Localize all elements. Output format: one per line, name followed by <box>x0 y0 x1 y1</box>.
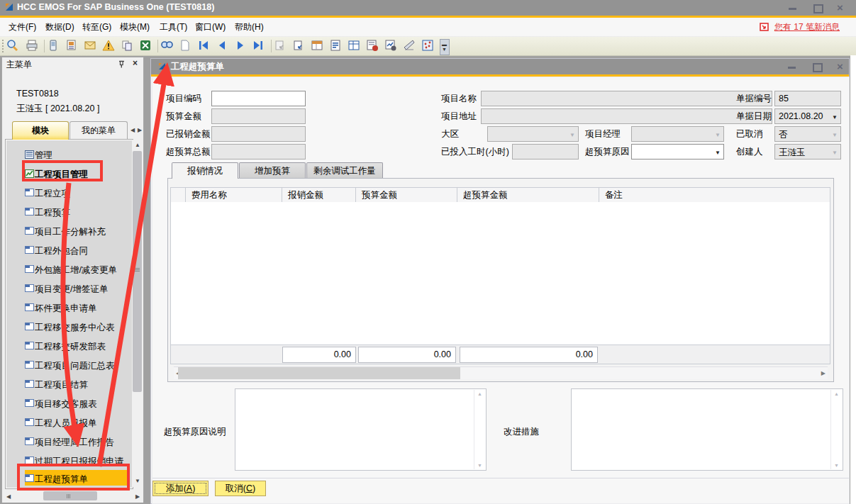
invested-hours-input[interactable] <box>512 144 579 159</box>
menu-file[interactable]: 文件(F) <box>4 21 40 33</box>
tree-item[interactable]: 工程外包合同 <box>6 241 132 260</box>
panel-close-icon[interactable]: × <box>133 58 138 68</box>
form-icon <box>25 303 34 311</box>
table-body[interactable] <box>170 202 830 345</box>
tree-item-admin[interactable]: 管理 <box>6 145 132 164</box>
user-date-line: 王涟玉 [ 2021.08.20 ] <box>16 103 99 115</box>
document-lines-icon[interactable] <box>329 39 345 53</box>
pin-icon[interactable] <box>117 60 126 68</box>
tab-budget-increase[interactable]: 增加预算 <box>239 162 306 179</box>
tree-vertical-scrollbar[interactable]: ▲ ▼ <box>132 140 143 487</box>
menu-tools[interactable]: 工具(T) <box>155 21 191 33</box>
project-address-input[interactable] <box>481 108 772 124</box>
toolbar-overflow-button[interactable]: ▬▼ <box>440 39 450 55</box>
paste-disabled-icon[interactable] <box>274 39 289 53</box>
budget-amount-input[interactable] <box>211 108 306 124</box>
scroll-up-icon[interactable]: ▲ <box>135 142 140 148</box>
menu-help[interactable]: 帮助(H) <box>230 21 268 33</box>
form-icon <box>25 457 34 464</box>
tree-item[interactable]: 过期工程日报报销申请 <box>6 452 132 471</box>
project-name-input[interactable] <box>481 91 772 106</box>
textarea-scrollbar[interactable]: ▲▼ <box>830 390 842 469</box>
tab-reimbursement[interactable]: 报销情况 <box>172 162 238 179</box>
device-icon[interactable] <box>47 39 62 53</box>
tab-scroll-right-icon[interactable]: ▶ <box>138 127 142 133</box>
window-minimize-button[interactable] <box>788 67 796 69</box>
scroll-left-icon[interactable]: ◀ <box>6 493 11 500</box>
col-budget-amount: 预算金额 <box>356 187 457 203</box>
tree-item[interactable]: 工程项目问题汇总表 <box>6 356 132 375</box>
table-icon[interactable] <box>348 39 363 53</box>
menu-goto[interactable]: 转至(G) <box>78 21 116 33</box>
form-icon <box>25 208 34 215</box>
scroll-down-icon[interactable]: ▼ <box>135 478 140 484</box>
over-budget-reason-select[interactable]: ▼ <box>631 144 724 159</box>
table-header-icon[interactable] <box>311 39 326 53</box>
cancel-button[interactable]: 取消(C) <box>215 481 266 496</box>
tree-item[interactable]: 工程人员日报单 <box>6 413 132 432</box>
tab-my-menu[interactable]: 我的菜单 <box>70 121 128 140</box>
find-icon[interactable] <box>160 39 176 53</box>
tree-item[interactable]: 项目工作分解补充 <box>6 222 132 241</box>
app-titlebar: HCC EMOS For SAP Business One (TEST0818)… <box>0 0 856 16</box>
tree-item[interactable]: 工程项目结算 <box>6 375 132 394</box>
new-document-icon[interactable] <box>179 39 194 53</box>
previous-record-icon[interactable] <box>216 39 231 53</box>
menu-data[interactable]: 数据(D) <box>41 21 79 33</box>
preview-icon[interactable] <box>6 39 21 53</box>
project-manager-select[interactable]: ▼ <box>631 126 724 142</box>
tree-item[interactable]: 工程预算 <box>6 203 132 222</box>
region-select[interactable]: ▼ <box>487 126 579 142</box>
last-record-icon[interactable] <box>252 39 268 53</box>
textarea-scrollbar[interactable]: ▲▼ <box>474 390 485 469</box>
window-close-button[interactable]: × <box>837 60 843 72</box>
tab-remaining-work[interactable]: 剩余调试工作量 <box>306 162 383 179</box>
tree-item[interactable]: 工程移交服务中心表 <box>6 318 132 337</box>
tree-item[interactable]: 坏件更换申请单 <box>6 298 132 318</box>
new-messages-link[interactable]: 您有 17 笔新消息 <box>770 21 844 33</box>
scrollbar-thumb[interactable] <box>133 151 142 392</box>
copy-special-icon[interactable] <box>121 39 136 53</box>
tree-item[interactable]: 工程立项 <box>6 184 132 203</box>
scrollbar-thumb[interactable] <box>178 367 460 379</box>
warning-icon[interactable] <box>102 39 118 53</box>
col-reimbursed-amount: 报销金额 <box>282 187 356 203</box>
new-messages-icon[interactable] <box>760 23 769 32</box>
reimbursed-input[interactable] <box>211 126 306 142</box>
table-seal-icon[interactable] <box>366 39 382 53</box>
table-horizontal-scrollbar[interactable]: ◀ ▶ <box>174 366 828 379</box>
add-button[interactable]: 添加(A) <box>152 481 209 496</box>
scrollbar-thumb[interactable] <box>43 491 97 500</box>
scroll-right-icon[interactable]: ▶ <box>821 370 826 376</box>
sidebar-horizontal-scrollbar[interactable]: ◀ ▶ <box>4 491 143 502</box>
tree-item[interactable]: 外包施工增/减变更单 <box>6 260 132 279</box>
tree-item-project-mgmt[interactable]: 工程项目管理 <box>6 164 132 184</box>
excel-export-icon[interactable] <box>139 39 155 53</box>
query-wizard-icon[interactable] <box>384 39 400 53</box>
scroll-right-icon[interactable]: ▶ <box>135 493 140 500</box>
form-designer-icon[interactable] <box>403 39 418 53</box>
project-code-input[interactable] <box>211 91 306 106</box>
over-budget-reason-textarea[interactable]: ▲▼ <box>235 388 487 471</box>
first-record-icon[interactable] <box>197 39 213 53</box>
menu-module[interactable]: 模块(M) <box>116 21 154 33</box>
improvement-measures-textarea[interactable]: ▲▼ <box>571 388 843 471</box>
tab-scroll-left-icon[interactable]: ◀ <box>130 127 135 133</box>
tree-item[interactable]: 工程移交研发部表 <box>6 337 132 356</box>
calendar-grid-icon[interactable] <box>421 39 437 53</box>
tab-modules[interactable]: 模块 <box>12 121 69 140</box>
menu-window[interactable]: 窗口(W) <box>191 21 230 33</box>
print-icon[interactable] <box>26 39 41 53</box>
tree-item-selected[interactable]: 工程超预算单 <box>6 469 132 488</box>
tree-item[interactable]: 项目经理周工作报告 <box>6 432 132 452</box>
tree-item[interactable]: 项目移交客服表 <box>6 394 132 413</box>
doc-date-select[interactable]: 2021.08.20▼ <box>774 108 841 124</box>
document-image-icon[interactable] <box>65 39 81 53</box>
over-budget-total-input[interactable] <box>211 144 306 159</box>
tree-item[interactable]: 项目变更/增签证单 <box>6 279 132 298</box>
mail-icon[interactable] <box>84 39 99 53</box>
window-maximize-button[interactable] <box>813 63 823 72</box>
paste-icon[interactable] <box>292 39 308 53</box>
app-close-button[interactable]: × <box>837 1 843 13</box>
next-record-icon[interactable] <box>234 39 250 53</box>
